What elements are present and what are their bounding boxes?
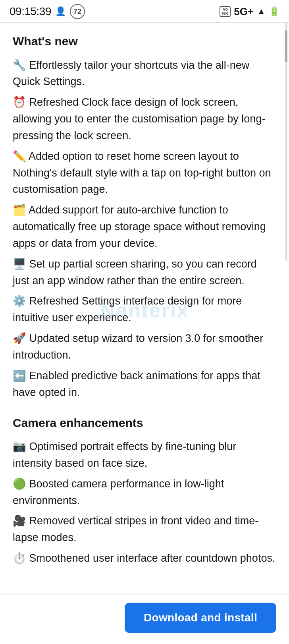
- green-circle-icon: 🟢: [13, 478, 26, 490]
- list-item: 🔧 Effortlessly tailor your shortcuts via…: [13, 57, 276, 91]
- list-item: ⏱️ Smoothened user interface after count…: [13, 550, 276, 567]
- battery-icon: 🔋: [269, 6, 279, 17]
- rocket-icon: 🚀: [13, 332, 26, 344]
- list-item: 🟢 Boosted camera performance in low-ligh…: [13, 476, 276, 509]
- status-left: 09:15:39 👤 72: [10, 4, 85, 19]
- status-right: Vo NR 5G+ ▲ 🔋: [220, 6, 279, 18]
- fiveg-label: 5G+: [234, 6, 254, 18]
- list-item: ⏰ Refreshed Clock face design of lock sc…: [13, 94, 276, 144]
- list-item: 🗂️ Added support for auto-archive functi…: [13, 202, 276, 252]
- list-item: ✏️ Added option to reset home screen lay…: [13, 148, 276, 198]
- signal-icon: ▲: [257, 6, 266, 17]
- list-item: 📷 Optimised portrait effects by fine-tun…: [13, 438, 276, 472]
- camera-icon: 📷: [13, 440, 26, 452]
- video-icon: 🎥: [13, 515, 26, 527]
- vonr-indicator: Vo NR: [220, 6, 231, 17]
- list-item: 🚀 Updated setup wizard to version 3.0 fo…: [13, 330, 276, 364]
- alarm-icon: ⏰: [13, 96, 26, 108]
- settings-icon: ⚙️: [13, 295, 26, 307]
- status-bar: 09:15:39 👤 72 Vo NR 5G+ ▲ 🔋: [0, 0, 289, 22]
- pencil-icon: ✏️: [13, 150, 26, 162]
- download-install-button[interactable]: Download and install: [125, 603, 276, 633]
- tools-icon: 🔧: [13, 59, 26, 71]
- archive-icon: 🗂️: [13, 204, 26, 216]
- notification-badge: 72: [70, 4, 85, 19]
- scrollbar[interactable]: [285, 22, 287, 261]
- content-area: What's new 🔧 Effortlessly tailor your sh…: [0, 23, 289, 627]
- notification-icon: 👤: [55, 6, 66, 17]
- scrollbar-thumb[interactable]: [285, 30, 287, 62]
- list-item: 🖥️ Set up partial screen sharing, so you…: [13, 256, 276, 289]
- whats-new-heading: What's new: [13, 32, 276, 51]
- bottom-bar: Download and install: [0, 594, 289, 644]
- list-item: ⬅️ Enabled predictive back animations fo…: [13, 368, 276, 401]
- list-item: 🎥 Removed vertical stripes in front vide…: [13, 513, 276, 546]
- status-time: 09:15:39: [10, 5, 51, 18]
- screen-icon: 🖥️: [13, 258, 26, 270]
- back-arrow-icon: ⬅️: [13, 370, 26, 382]
- list-item: ⚙️ Refreshed Settings interface design f…: [13, 293, 276, 326]
- camera-heading: Camera enhancements: [13, 414, 276, 433]
- timer-icon: ⏱️: [13, 552, 26, 564]
